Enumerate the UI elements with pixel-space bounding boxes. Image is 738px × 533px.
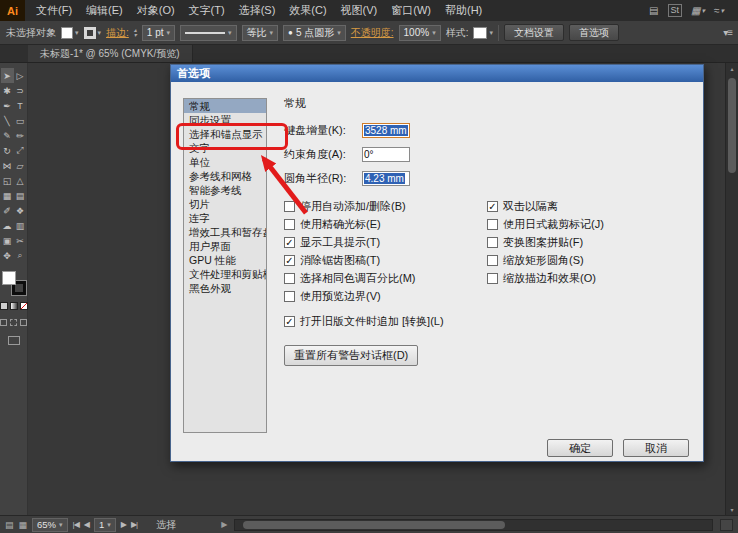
scroll-up-icon[interactable]: ▴ <box>726 63 738 74</box>
checkbox[interactable]: ✓ <box>284 255 295 266</box>
mesh-tool[interactable]: ▦ <box>1 188 14 203</box>
constrain-angle-field[interactable]: 0° <box>362 147 410 162</box>
style-dropdown[interactable]: ▾ <box>473 27 493 39</box>
checkbox[interactable] <box>284 273 295 284</box>
checkbox[interactable] <box>284 291 295 302</box>
vertical-scrollbar[interactable]: ▴ ▾ <box>725 63 738 515</box>
keyboard-increment-field[interactable]: 3528 mm <box>362 123 410 138</box>
first-artboard-button[interactable]: |◀ <box>73 520 79 529</box>
reset-warning-dialogs-button[interactable]: 重置所有警告对话框(D) <box>284 345 418 366</box>
checkbox-disable-auto-add-delete[interactable]: 停用自动添加/删除(B) <box>284 198 487 215</box>
category-user-interface[interactable]: 用户界面 <box>184 239 266 253</box>
checkbox[interactable] <box>487 219 498 230</box>
category-general[interactable]: 常规 <box>184 99 266 113</box>
perspective-grid-tool[interactable]: △ <box>14 173 27 188</box>
checkbox-append-converted-legacy-files[interactable]: ✓打开旧版文件时追加 [转换](L) <box>284 313 487 330</box>
color-button[interactable] <box>0 302 8 310</box>
stroke-color-picker[interactable]: ▾ <box>84 27 102 39</box>
document-grid-icon[interactable]: ▤ <box>649 5 658 16</box>
checkbox[interactable]: ✓ <box>487 201 498 212</box>
gradient-button[interactable] <box>10 302 18 310</box>
none-button[interactable] <box>20 302 28 310</box>
checkbox-use-precise-cursors[interactable]: 使用精确光标(E) <box>284 216 487 233</box>
shape-builder-tool[interactable]: ◱ <box>1 173 14 188</box>
menu-effect[interactable]: 效果(C) <box>282 0 333 21</box>
checkbox-scale-strokes-effects[interactable]: 缩放描边和效果(O) <box>487 270 691 287</box>
preferences-button[interactable]: 首选项 <box>569 24 619 41</box>
stroke-weight-stepper[interactable]: ▴▾ <box>134 28 137 38</box>
checkbox-anti-aliased-artwork[interactable]: ✓消除锯齿图稿(T) <box>284 252 487 269</box>
category-guides-grid[interactable]: 参考线和网格 <box>184 169 266 183</box>
blend-tool[interactable]: ❖ <box>14 203 27 218</box>
symbol-sprayer-tool[interactable]: ☁ <box>1 218 14 233</box>
draw-behind-icon[interactable] <box>10 319 17 326</box>
checkbox[interactable] <box>284 219 295 230</box>
column-graph-tool[interactable]: ▥ <box>14 218 27 233</box>
checkbox-select-same-tint-percent[interactable]: 选择相同色调百分比(M) <box>284 270 487 287</box>
canvas-area[interactable]: 首选项 常规 同步设置 选择和锚点显示 文字 单位 参考线和网格 智能参考线 切… <box>28 63 725 515</box>
menu-select[interactable]: 选择(S) <box>232 0 283 21</box>
fill-color-picker[interactable]: ▾ <box>61 27 79 39</box>
draw-inside-icon[interactable] <box>20 319 27 326</box>
hand-tool[interactable]: ✥ <box>1 248 14 263</box>
horizontal-scrollbar[interactable] <box>234 519 713 531</box>
slice-tool[interactable]: ✂ <box>14 233 27 248</box>
menu-view[interactable]: 视图(V) <box>334 0 385 21</box>
checkbox[interactable] <box>487 255 498 266</box>
scroll-down-icon[interactable]: ▾ <box>726 504 738 515</box>
category-sync-settings[interactable]: 同步设置 <box>184 113 266 127</box>
stroke-weight-field[interactable]: 1 pt▾ <box>142 25 175 41</box>
last-artboard-button[interactable]: ▶| <box>131 520 137 529</box>
status-flyout-icon[interactable]: ▶ <box>221 520 227 529</box>
category-appearance-of-black[interactable]: 黑色外观 <box>184 281 266 295</box>
category-smart-guides[interactable]: 智能参考线 <box>184 183 266 197</box>
category-slices[interactable]: 切片 <box>184 197 266 211</box>
lasso-tool[interactable]: ⊃ <box>14 83 27 98</box>
menu-type[interactable]: 文字(T) <box>182 0 232 21</box>
line-segment-tool[interactable]: ╲ <box>1 113 14 128</box>
brush-definition-dropdown[interactable]: ●5 点圆形▾ <box>283 25 346 41</box>
ok-button[interactable]: 确定 <box>547 439 613 457</box>
stock-icon[interactable]: St <box>668 4 683 17</box>
document-setup-button[interactable]: 文档设置 <box>504 24 564 41</box>
checkbox-scale-corners[interactable]: 缩放矩形圆角(S) <box>487 252 691 269</box>
rectangle-tool[interactable]: ▭ <box>14 113 27 128</box>
direct-selection-tool[interactable]: ▷ <box>14 68 27 83</box>
gradient-tool[interactable]: ▤ <box>14 188 27 203</box>
opacity-panel-link[interactable]: 不透明度: <box>351 26 394 40</box>
menu-help[interactable]: 帮助(H) <box>438 0 489 21</box>
artboard-tool[interactable]: ▣ <box>1 233 14 248</box>
artboard-number-field[interactable]: 1▾ <box>94 518 116 532</box>
category-hyphenation[interactable]: 连字 <box>184 211 266 225</box>
checkbox-japanese-crop-marks[interactable]: 使用日式裁剪标记(J) <box>487 216 691 233</box>
type-tool[interactable]: T <box>14 98 27 113</box>
draw-normal-icon[interactable] <box>0 319 7 326</box>
category-units[interactable]: 单位 <box>184 155 266 169</box>
zoom-level-dropdown[interactable]: 65%▾ <box>32 518 68 532</box>
corner-radius-field[interactable]: 4.23 mm <box>362 171 410 186</box>
vertical-scroll-track[interactable] <box>726 74 738 504</box>
menu-file[interactable]: 文件(F) <box>29 0 79 21</box>
scale-tool[interactable]: ⤢ <box>14 143 27 158</box>
vertical-scroll-thumb[interactable] <box>728 78 736 173</box>
paintbrush-tool[interactable]: ✎ <box>1 128 14 143</box>
width-tool[interactable]: ⋈ <box>1 158 14 173</box>
next-artboard-button[interactable]: ▶ <box>121 520 126 529</box>
panel-menu-icon[interactable]: ▾≡ <box>723 27 732 38</box>
dialog-title-bar[interactable]: 首选项 <box>171 65 703 82</box>
category-file-handling-clipboard[interactable]: 文件处理和剪贴板 <box>184 267 266 281</box>
screen-mode-button[interactable] <box>8 336 20 345</box>
zoom-tool[interactable]: ⌕ <box>14 248 27 263</box>
menu-edit[interactable]: 编辑(E) <box>79 0 130 21</box>
stroke-panel-link[interactable]: 描边: <box>106 26 129 40</box>
horizontal-scroll-thumb[interactable] <box>243 521 505 529</box>
category-type[interactable]: 文字 <box>184 141 266 155</box>
free-transform-tool[interactable]: ▱ <box>14 158 27 173</box>
arrange-documents-icon[interactable]: ▦▾ <box>691 5 705 16</box>
checkbox-double-click-to-isolate[interactable]: ✓双击以隔离 <box>487 198 691 215</box>
eyedropper-tool[interactable]: ✐ <box>1 203 14 218</box>
pencil-tool[interactable]: ✏ <box>14 128 27 143</box>
opacity-field[interactable]: 100%▾ <box>399 25 441 41</box>
cs-live-icon[interactable]: ≈▾ <box>714 5 724 16</box>
checkbox-show-tool-tips[interactable]: ✓显示工具提示(T) <box>284 234 487 251</box>
